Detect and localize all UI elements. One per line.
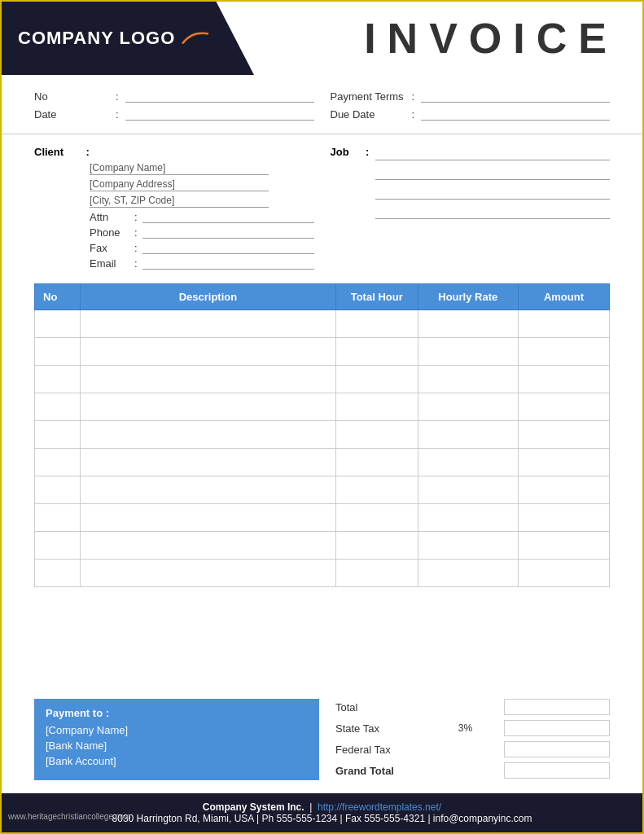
job-line-2[interactable] [375, 165, 610, 180]
payment-terms-input-line[interactable] [421, 90, 610, 103]
state-tax-value-box[interactable] [504, 720, 610, 736]
cell-hours[interactable] [335, 560, 418, 587]
footer-website-link[interactable]: http://freewordtemplates.net/ [318, 801, 441, 813]
cell-rate[interactable] [418, 476, 518, 504]
invoice-title-area: INVOICE [254, 2, 642, 75]
cell-hours[interactable] [335, 310, 418, 338]
cell-amount[interactable] [518, 476, 609, 504]
cell-no[interactable] [35, 532, 81, 560]
table-row [35, 421, 610, 449]
cell-no[interactable] [35, 476, 81, 504]
header: COMPANY LOGO INVOICE [2, 2, 642, 75]
cell-hours[interactable] [335, 393, 418, 421]
payment-terms-label: Payment Terms [331, 90, 412, 103]
cell-desc[interactable] [81, 560, 336, 587]
cell-no[interactable] [35, 338, 81, 366]
cell-rate[interactable] [418, 338, 518, 366]
cell-no[interactable] [35, 310, 81, 338]
email-row: Email : [90, 257, 314, 270]
email-input-line[interactable] [142, 257, 314, 270]
cell-amount[interactable] [518, 560, 609, 587]
cell-amount[interactable] [518, 310, 609, 338]
phone-colon: : [134, 226, 138, 239]
cell-rate[interactable] [418, 366, 518, 393]
footer: www.heritagechristiancollege.com Company… [2, 793, 642, 832]
due-date-input-line[interactable] [421, 108, 610, 121]
cell-desc[interactable] [81, 310, 336, 338]
cell-hours[interactable] [335, 504, 418, 532]
job-line-3[interactable] [375, 185, 610, 200]
cell-amount[interactable] [518, 366, 609, 393]
grand-total-row: Grand Total [335, 762, 610, 779]
fax-input-line[interactable] [142, 241, 314, 254]
cell-rate[interactable] [418, 560, 518, 587]
cell-rate[interactable] [418, 393, 518, 421]
table-row [35, 449, 610, 476]
cell-no[interactable] [35, 393, 81, 421]
cell-amount[interactable] [518, 504, 609, 532]
cell-hours[interactable] [335, 421, 418, 449]
cell-hours[interactable] [335, 449, 418, 476]
table-section: No Description Total Hour Hourly Rate Am… [2, 283, 642, 686]
client-colon: : [83, 146, 90, 158]
state-tax-label: State Tax [335, 722, 433, 735]
job-header: Job : [331, 146, 611, 224]
cell-rate[interactable] [418, 449, 518, 476]
payment-label: Payment to : [46, 707, 308, 719]
table-row [35, 338, 610, 366]
client-label: Client [34, 146, 83, 158]
cell-hours[interactable] [335, 476, 418, 504]
cell-rate[interactable] [418, 421, 518, 449]
table-row [35, 476, 610, 504]
cell-amount[interactable] [518, 338, 609, 366]
invoice-table: No Description Total Hour Hourly Rate Am… [34, 283, 610, 587]
federal-tax-value-box[interactable] [504, 741, 610, 757]
client-job-section: Client : [Company Name] [Company Address… [2, 134, 642, 283]
no-colon: : [116, 90, 119, 103]
meta-section: No : Payment Terms : Date : Due Date : [2, 75, 642, 134]
cell-hours[interactable] [335, 366, 418, 393]
cell-rate[interactable] [418, 532, 518, 560]
job-line-1[interactable] [375, 146, 610, 160]
no-input-line[interactable] [125, 90, 314, 103]
cell-no[interactable] [35, 449, 81, 476]
state-tax-row: State Tax 3% [335, 720, 610, 736]
phone-input-line[interactable] [142, 226, 314, 239]
cell-desc[interactable] [81, 532, 336, 560]
cell-hours[interactable] [335, 532, 418, 560]
federal-tax-row: Federal Tax [335, 741, 610, 757]
cell-amount[interactable] [518, 393, 609, 421]
date-input-line[interactable] [125, 108, 314, 121]
payment-company-name: [Company Name] [46, 724, 308, 736]
company-name-row: [Company Name] [90, 161, 314, 175]
cell-desc[interactable] [81, 366, 336, 393]
invoice-title: INVOICE [364, 14, 618, 63]
state-tax-percent: 3% [458, 722, 472, 734]
cell-no[interactable] [35, 560, 81, 587]
cell-desc[interactable] [81, 393, 336, 421]
cell-amount[interactable] [518, 532, 609, 560]
cell-amount[interactable] [518, 421, 609, 449]
cell-hours[interactable] [335, 338, 418, 366]
meta-row-1: No : Payment Terms : [34, 90, 610, 103]
cell-no[interactable] [35, 366, 81, 393]
footer-line-1: Company System Inc. | http://freewordtem… [18, 801, 626, 813]
cell-desc[interactable] [81, 421, 336, 449]
cell-desc[interactable] [81, 449, 336, 476]
no-field: No : [34, 90, 314, 103]
grand-total-value-box[interactable] [504, 762, 610, 779]
logo-text: COMPANY LOGO [18, 28, 175, 49]
job-line-4[interactable] [375, 204, 610, 219]
job-block: Job : [331, 146, 611, 272]
cell-amount[interactable] [518, 449, 609, 476]
cell-rate[interactable] [418, 310, 518, 338]
cell-desc[interactable] [81, 338, 336, 366]
cell-desc[interactable] [81, 504, 336, 532]
attn-input-line[interactable] [142, 210, 314, 223]
cell-rate[interactable] [418, 504, 518, 532]
cell-desc[interactable] [81, 476, 336, 504]
total-value-box[interactable] [504, 699, 610, 715]
cell-no[interactable] [35, 421, 81, 449]
cell-no[interactable] [35, 504, 81, 532]
total-label: Total [335, 701, 433, 713]
